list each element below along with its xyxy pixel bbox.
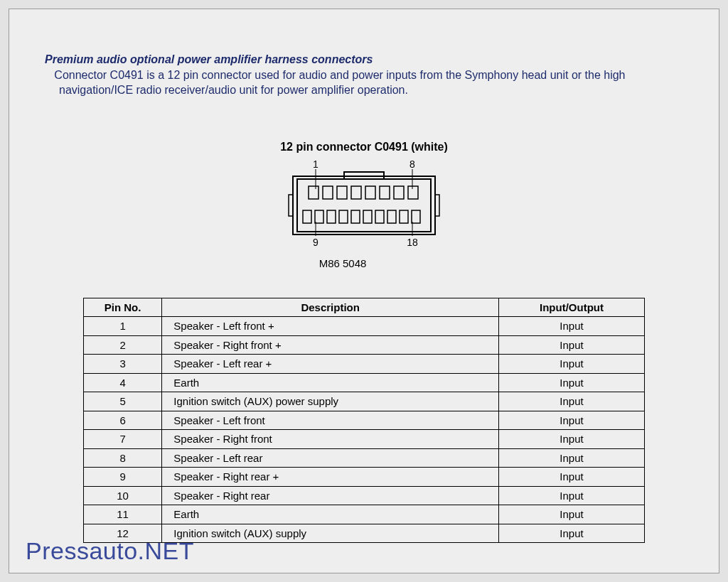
cell-desc: Ignition switch (AUX) supply: [162, 524, 499, 543]
cell-pin: 11: [83, 505, 161, 524]
pin-label-bl: 9: [313, 237, 318, 248]
cell-io: Input: [498, 524, 644, 543]
table-row: 3Speaker - Left rear +Input: [83, 355, 644, 374]
svg-rect-10: [351, 186, 361, 199]
svg-rect-20: [363, 210, 372, 223]
svg-rect-9: [337, 186, 347, 199]
pin-table: Pin No. Description Input/Output 1Speake…: [83, 298, 645, 544]
header-block: Premium audio optional power amplifier h…: [45, 52, 683, 98]
cell-io: Input: [498, 486, 644, 505]
cell-pin: 7: [83, 430, 161, 449]
svg-rect-16: [315, 210, 323, 223]
svg-rect-1: [293, 176, 435, 235]
connector-title: 12 pin connector C0491 (white): [45, 141, 683, 153]
cell-desc: Ignition switch (AUX) power supply: [162, 392, 499, 411]
header-title: Premium audio optional power amplifier h…: [45, 52, 683, 68]
svg-rect-19: [351, 210, 360, 223]
svg-rect-12: [380, 186, 390, 199]
cell-io: Input: [498, 411, 644, 430]
table-header-pin: Pin No.: [83, 298, 161, 317]
pin-label-br: 18: [407, 237, 418, 248]
svg-rect-22: [387, 210, 396, 223]
svg-rect-21: [375, 210, 384, 223]
table-row: 6Speaker - Left frontInput: [83, 411, 644, 430]
cell-desc: Earth: [162, 373, 499, 392]
cell-pin: 10: [83, 486, 161, 505]
cell-desc: Speaker - Left front +: [162, 317, 499, 336]
svg-rect-11: [365, 186, 375, 199]
table-header-row: Pin No. Description Input/Output: [83, 298, 644, 317]
header-body-text: Connector C0491 is a 12 pin connector us…: [54, 69, 625, 97]
svg-rect-15: [303, 210, 311, 223]
svg-rect-0: [297, 179, 431, 232]
cell-io: Input: [498, 448, 644, 468]
table-row: 2Speaker - Right front +Input: [83, 335, 644, 355]
table-row: 9Speaker - Right rear +Input: [83, 468, 644, 487]
svg-rect-23: [400, 210, 408, 223]
svg-rect-24: [412, 210, 420, 223]
cell-pin: 9: [83, 468, 161, 487]
cell-desc: Speaker - Right front: [162, 430, 499, 449]
cell-desc: Speaker - Right front +: [162, 335, 499, 355]
connector-block: 12 pin connector C0491 (white) 1 8 9 18: [45, 141, 683, 269]
svg-rect-7: [309, 186, 318, 199]
table-row: 1Speaker - Left front +Input: [83, 317, 644, 336]
cell-pin: 1: [83, 317, 161, 336]
cell-pin: 4: [83, 373, 161, 392]
svg-rect-13: [394, 186, 404, 199]
svg-rect-17: [327, 210, 336, 223]
cell-io: Input: [498, 430, 644, 449]
document-page: Premium audio optional power amplifier h…: [9, 9, 719, 573]
table-body: 1Speaker - Left front +Input 2Speaker - …: [83, 317, 644, 543]
cell-io: Input: [498, 355, 644, 374]
svg-rect-14: [408, 186, 418, 199]
cell-io: Input: [498, 373, 644, 392]
cell-pin: 8: [83, 448, 161, 468]
table-row: 11EarthInput: [83, 505, 644, 524]
cell-pin: 2: [83, 335, 161, 355]
cell-io: Input: [498, 317, 644, 336]
cell-desc: Speaker - Right rear: [162, 486, 499, 505]
connector-diagram: 1 8 9 18: [286, 159, 442, 254]
cell-pin: 5: [83, 392, 161, 411]
cell-desc: Speaker - Left front: [162, 411, 499, 430]
cell-desc: Earth: [162, 505, 499, 524]
pin-label-tr: 8: [410, 159, 415, 170]
pin-label-tl: 1: [313, 159, 318, 170]
cell-pin: 3: [83, 355, 161, 374]
cell-desc: Speaker - Left rear: [162, 448, 499, 468]
svg-rect-18: [339, 210, 348, 223]
cell-io: Input: [498, 392, 644, 411]
header-body: Connector C0491 is a 12 pin connector us…: [59, 68, 683, 98]
table-row: 4EarthInput: [83, 373, 644, 392]
cell-desc: Speaker - Right rear +: [162, 468, 499, 487]
watermark: Pressauto.NET: [26, 537, 194, 565]
cell-io: Input: [498, 335, 644, 355]
table-row: 5Ignition switch (AUX) power supplyInput: [83, 392, 644, 411]
table-row: 7Speaker - Right frontInput: [83, 430, 644, 449]
connector-part-number: M86 5048: [2, 257, 683, 269]
table-row: 8Speaker - Left rearInput: [83, 448, 644, 468]
cell-pin: 6: [83, 411, 161, 430]
svg-rect-8: [323, 186, 333, 199]
table-header-desc: Description: [162, 298, 499, 317]
cell-io: Input: [498, 468, 644, 487]
table-row: 10Speaker - Right rearInput: [83, 486, 644, 505]
table-header-io: Input/Output: [498, 298, 644, 317]
cell-io: Input: [498, 505, 644, 524]
cell-desc: Speaker - Left rear +: [162, 355, 499, 374]
